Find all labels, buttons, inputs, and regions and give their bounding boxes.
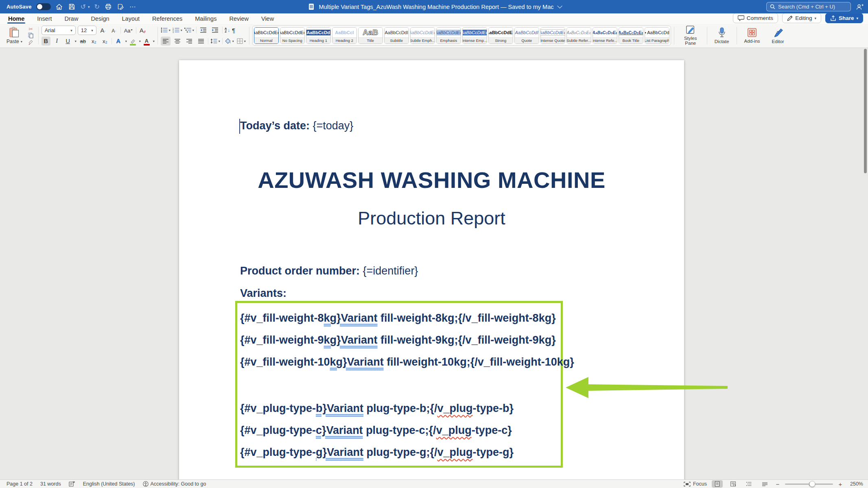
menu-tab-review[interactable]: Review xyxy=(228,14,249,24)
autosave-toggle[interactable] xyxy=(36,3,51,10)
menu-tab-home[interactable]: Home xyxy=(7,14,25,24)
document-main-title[interactable]: AZUWASH WASHING MACHINE xyxy=(179,167,684,193)
italic-button[interactable]: I xyxy=(52,37,61,46)
editor-button[interactable]: Editor xyxy=(767,26,789,46)
increase-indent-button[interactable] xyxy=(210,26,220,35)
share-button[interactable]: Share ▾ xyxy=(825,13,863,23)
variants-heading[interactable]: Variants: xyxy=(240,287,286,300)
style-subtle-reference[interactable]: AaBbCcDdEeSubtle Refer... xyxy=(566,27,591,44)
style-subtitle[interactable]: AaBbCcDdISubtitle xyxy=(384,27,409,44)
style-intense-reference[interactable]: AaBbCcDdEeIntense Refe... xyxy=(593,27,617,44)
more-commands-icon[interactable]: ··· xyxy=(129,3,136,11)
print-layout-view-button[interactable] xyxy=(712,480,723,488)
print-icon[interactable] xyxy=(104,3,112,11)
menu-tab-layout[interactable]: Layout xyxy=(121,14,141,24)
menu-tab-mailings[interactable]: Mailings xyxy=(194,14,217,24)
paste-button[interactable]: Paste▾ xyxy=(4,26,25,46)
multilevel-list-button[interactable]: ▾ xyxy=(184,26,194,35)
style-heading1[interactable]: AaBbCcDdHeading 1 xyxy=(306,27,331,44)
bold-button[interactable]: B xyxy=(42,37,50,46)
page-indicator[interactable]: Page 1 of 2 xyxy=(7,481,33,487)
underline-caret-icon[interactable]: ▾ xyxy=(75,39,77,43)
zoom-out-button[interactable]: − xyxy=(775,481,780,488)
document-page[interactable]: Today’s date: {=today} AZUWASH WASHING M… xyxy=(179,60,684,479)
style-subtle-emphasis[interactable]: AaBbCcDdEeSubtle Emph... xyxy=(410,27,435,44)
draft-view-button[interactable] xyxy=(759,480,770,488)
font-color-caret-icon[interactable]: ▾ xyxy=(153,39,155,43)
zoom-slider[interactable] xyxy=(785,484,833,485)
variant-tag-line[interactable]: {#v_fill-weight-10kg}Variant fill-weight… xyxy=(240,355,574,369)
show-formatting-marks-button[interactable]: ¶ xyxy=(232,27,235,34)
styles-pane-button[interactable]: Styles Pane xyxy=(677,26,704,46)
variant-tag-line[interactable]: {#v_plug-type-b}Variant plug-type-b;{/v_… xyxy=(240,402,514,415)
date-line[interactable]: Today’s date: {=today} xyxy=(240,120,353,132)
style-list-paragraph[interactable]: • AaBbCcDdList Paragraph xyxy=(645,27,669,44)
redo-icon[interactable]: ↻ xyxy=(94,3,100,11)
order-line[interactable]: Product order number: {=identifier} xyxy=(240,265,418,277)
change-case-button[interactable]: Aa▾ xyxy=(123,26,134,35)
save-icon[interactable] xyxy=(68,3,76,11)
style-title[interactable]: AaBTitle xyxy=(358,27,383,44)
search-box[interactable] xyxy=(766,2,851,11)
editing-mode-button[interactable]: Editing ▾ xyxy=(782,13,821,23)
menu-tab-draw[interactable]: Draw xyxy=(64,14,79,24)
highlight-color-button[interactable] xyxy=(129,37,137,46)
style-quote[interactable]: AaBbCcDdIQuote xyxy=(514,27,539,44)
web-layout-view-button[interactable] xyxy=(728,480,739,488)
text-effects-caret-icon[interactable]: ▾ xyxy=(125,39,127,43)
style-normal[interactable]: AaBbCcDdEeNormal xyxy=(254,27,279,44)
highlight-caret-icon[interactable]: ▾ xyxy=(139,39,141,43)
green-arrow-annotation[interactable] xyxy=(565,376,729,400)
style-heading2[interactable]: AaBbCcIHeading 2 xyxy=(332,27,357,44)
document-title[interactable]: Multiple Variant Tags_AzuWash Washing Ma… xyxy=(319,4,553,10)
menu-tab-design[interactable]: Design xyxy=(90,14,110,24)
cut-button[interactable]: ✂ xyxy=(26,26,35,32)
undo-icon[interactable]: ↺ xyxy=(81,3,86,11)
add-ins-button[interactable]: Add-ins xyxy=(740,26,765,46)
share-contact-icon[interactable] xyxy=(856,3,864,11)
variant-tag-line[interactable]: {#v_fill-weight-8kg}Variant fill-weight-… xyxy=(240,312,574,325)
menu-tab-view[interactable]: View xyxy=(260,14,275,24)
document-subtitle[interactable]: Production Report xyxy=(179,208,684,229)
superscript-button[interactable]: x2 xyxy=(101,37,109,46)
font-color-button[interactable]: A xyxy=(143,37,151,46)
line-spacing-button[interactable]: ▾ xyxy=(210,37,220,46)
language-selector[interactable]: English (United States) xyxy=(83,481,135,487)
dictate-button[interactable]: Dictate xyxy=(710,26,734,46)
variant-tag-line[interactable]: {#v_fill-weight-9kg}Variant fill-weight-… xyxy=(240,333,574,347)
zoom-slider-thumb[interactable] xyxy=(809,481,816,487)
shading-button[interactable]: ▾ xyxy=(225,37,234,46)
focus-mode-button[interactable]: Focus xyxy=(684,481,707,487)
zoom-in-button[interactable]: + xyxy=(838,481,843,488)
numbering-button[interactable]: 123 ▾ xyxy=(173,26,182,35)
font-size-select[interactable]: 12▾ xyxy=(78,26,96,35)
style-intense-quote[interactable]: AaBbCcDdEeIntense Quote xyxy=(540,27,565,44)
search-input[interactable] xyxy=(778,4,850,10)
save-as-icon[interactable] xyxy=(117,3,125,11)
title-chevron-icon[interactable] xyxy=(557,3,562,9)
zoom-level[interactable]: 250% xyxy=(848,481,863,487)
proofing-status-icon[interactable] xyxy=(69,481,75,487)
align-center-button[interactable] xyxy=(173,37,182,46)
style-strong[interactable]: AaBbCcDdEeStrong xyxy=(488,27,513,44)
format-painter-button[interactable] xyxy=(26,39,35,46)
text-effects-button[interactable]: A xyxy=(114,37,123,46)
style-book-title[interactable]: AaBbCcDdEeBook Title xyxy=(619,27,643,44)
borders-button[interactable]: ▾ xyxy=(236,37,246,46)
outline-view-button[interactable] xyxy=(743,480,754,488)
font-name-select[interactable]: Arial▾ xyxy=(42,26,76,35)
style-intense-emphasis[interactable]: AaBbCcDdEeIntense Emp... xyxy=(462,27,487,44)
vertical-scrollbar[interactable] xyxy=(864,49,867,173)
menu-tab-references[interactable]: References xyxy=(151,14,183,24)
clear-formatting-button[interactable]: A▰ xyxy=(138,26,147,35)
style-emphasis[interactable]: AaBbCcDdEeEmphasis xyxy=(436,27,461,44)
accessibility-status[interactable]: Accessibility: Good to go xyxy=(143,481,206,487)
strikethrough-button[interactable]: ab xyxy=(79,37,87,46)
home-icon[interactable] xyxy=(55,3,63,11)
align-right-button[interactable] xyxy=(184,37,194,46)
underline-button[interactable]: U xyxy=(63,37,72,46)
decrease-indent-button[interactable] xyxy=(199,26,208,35)
undo-caret-icon[interactable]: ▾ xyxy=(88,3,90,11)
justify-button[interactable] xyxy=(196,37,206,46)
copy-button[interactable] xyxy=(26,32,35,39)
